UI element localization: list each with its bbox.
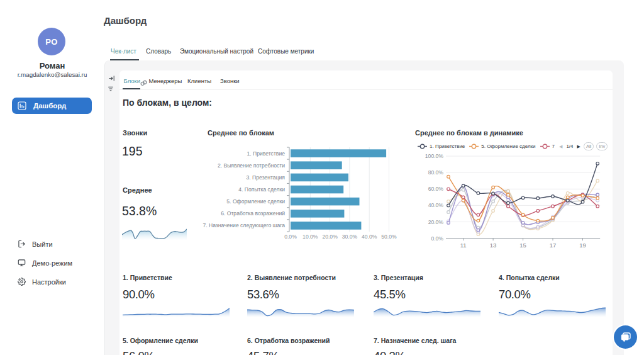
svg-text:80.0%: 80.0% <box>428 169 444 176</box>
svg-text:4. Попытка сделки: 4. Попытка сделки <box>238 186 285 193</box>
svg-text:13: 13 <box>490 242 497 249</box>
svg-text:20.0%: 20.0% <box>322 234 338 240</box>
svg-text:60.0%: 60.0% <box>428 186 444 192</box>
svg-text:20.0%: 20.0% <box>428 219 444 225</box>
svg-text:19: 19 <box>579 242 586 249</box>
svg-text:17: 17 <box>550 242 557 249</box>
svg-text:0.0%: 0.0% <box>431 235 443 242</box>
svg-text:2. Выявление потребности: 2. Выявление потребности <box>218 162 285 169</box>
svg-text:6. Отработка возражений: 6. Отработка возражений <box>221 210 285 217</box>
svg-text:100.0%: 100.0% <box>425 153 444 159</box>
svg-text:0.0%: 0.0% <box>284 234 297 240</box>
svg-text:40.0%: 40.0% <box>428 202 444 208</box>
svg-text:10.0%: 10.0% <box>303 234 318 240</box>
svg-text:15: 15 <box>519 242 526 249</box>
svg-text:3. Презентация: 3. Презентация <box>247 174 286 181</box>
svg-text:1. Приветствие: 1. Приветствие <box>247 150 286 157</box>
svg-text:5. Оформление сделки: 5. Оформление сделки <box>226 198 285 205</box>
svg-text:40.0%: 40.0% <box>362 234 377 240</box>
svg-text:50.0%: 50.0% <box>381 234 397 240</box>
svg-text:30.0%: 30.0% <box>342 234 358 240</box>
svg-text:11: 11 <box>460 242 467 249</box>
svg-text:7. Назначение следующего шага: 7. Назначение следующего шага <box>203 222 285 228</box>
